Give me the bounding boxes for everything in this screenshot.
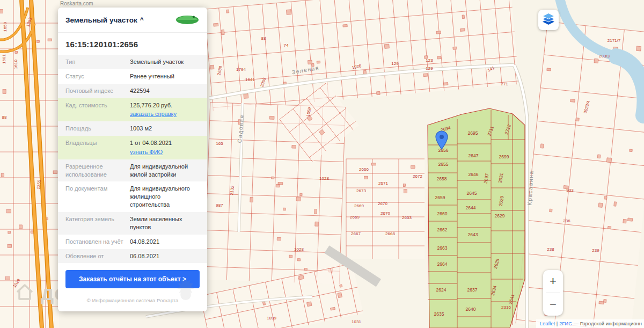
- info-row-label: Категория земель: [65, 215, 130, 231]
- parcel-label: 2666: [359, 167, 369, 172]
- parcel-label: 236: [563, 218, 570, 223]
- parcel-label: 2624: [436, 287, 447, 293]
- parcel-label: 2644: [466, 205, 476, 210]
- app: ЗеленаяСадоваяРябиноваяКрасавина16501353…: [0, 0, 644, 328]
- info-row-label: Тип: [65, 58, 130, 66]
- parcel-label: 2659: [435, 195, 445, 200]
- parcel-label: 2669: [354, 203, 364, 208]
- layers-control[interactable]: [538, 10, 559, 30]
- parcel-label: 1650: [3, 22, 8, 32]
- info-row: Площадь1003 м2: [58, 121, 207, 136]
- info-row-label: Обовление от: [65, 252, 130, 260]
- parcel-label: 987: [216, 203, 223, 208]
- info-row-value: Для индивидуального жилищного строительс…: [130, 185, 200, 209]
- house-icon: [14, 281, 35, 305]
- info-row-label: Площадь: [65, 125, 130, 133]
- parcel-label: 2670: [378, 201, 387, 206]
- leaflet-link[interactable]: Leaflet: [540, 320, 555, 326]
- parcel-label: 2640: [466, 307, 476, 312]
- layers-icon: [541, 12, 555, 28]
- parcel-label: 165: [216, 141, 223, 146]
- info-row-value: 06.08.2021: [130, 252, 200, 260]
- parcel-label: 2695: [468, 130, 478, 136]
- info-rows: ТипЗемельный участокСтатусРанее учтенный…: [58, 55, 207, 263]
- info-row-value: 1 от 04.08.2021: [130, 139, 200, 147]
- parcel-label: 123: [426, 58, 433, 63]
- parcel-label: 1610: [13, 60, 18, 69]
- info-row-label: По документам: [65, 185, 130, 209]
- cadastral-number: 16:15:120101:2656: [58, 33, 207, 55]
- info-row-label: Почтовый индекс: [65, 87, 130, 95]
- panel-header: Земельный участок ^: [58, 8, 207, 33]
- parcel-label: 1641: [245, 77, 255, 82]
- panel-footer: © Информационная система Роскарта: [58, 293, 207, 311]
- parcel-info-panel: Земельный участок ^ 16:15:120101:2656 Ти…: [58, 8, 207, 311]
- footer-copyright: © Информационная система Роскарта: [87, 297, 179, 303]
- parcel-label: 2663: [437, 245, 448, 251]
- parcel-label: 2637: [467, 287, 478, 293]
- info-row: Владельцы1 от 04.08.2021узнать ФИО: [58, 136, 207, 159]
- parcel-label: 2646: [469, 172, 479, 177]
- parcel-label: 2668: [385, 231, 395, 236]
- zoom-out-button[interactable]: −: [543, 293, 563, 316]
- parcel-label: 771: [501, 82, 508, 86]
- info-row-value: Для индивидуальной жилой застройки: [130, 163, 200, 179]
- info-row: Почтовый индекс422594: [58, 84, 207, 98]
- info-row-link[interactable]: узнать ФИО: [130, 148, 163, 156]
- info-row-label: Владельцы: [65, 139, 130, 156]
- info-row: Постановлен на учёт04.08.2021: [58, 235, 207, 249]
- parcel-label: 2316: [501, 305, 511, 310]
- parcel-label: 2660: [437, 211, 448, 216]
- parcel-label: 2672: [413, 174, 422, 179]
- parcel-label: 933: [566, 188, 574, 193]
- map-attribution: Leaflet | 2ГИС — Городской информационн: [536, 319, 644, 328]
- info-row-link[interactable]: заказать справку: [130, 110, 177, 118]
- attribution-text: — Городской информационн: [574, 320, 642, 326]
- panel-title: Земельный участок: [65, 16, 137, 24]
- parcel-label: 239: [592, 248, 599, 253]
- info-row-label: Разрешенное использование: [65, 163, 130, 179]
- info-row-value: Ранее учтенный: [130, 72, 200, 81]
- site-url: Roskarta.com: [60, 1, 93, 6]
- parcel-label: 2667: [351, 231, 361, 236]
- parcel-label: 2664: [437, 261, 448, 267]
- parcel-label: 1028: [294, 247, 304, 252]
- parcel-label: 2656: [438, 148, 449, 153]
- parcel-label: 1031: [352, 319, 361, 324]
- parcel-label: 2643: [468, 232, 478, 237]
- parcel-label: 2647: [469, 153, 479, 158]
- parcel-label: 129: [391, 61, 399, 66]
- info-row-value: 04.08.2021: [130, 238, 200, 246]
- info-row-value: Земли населенных пунктов: [130, 215, 200, 231]
- parcel-label: 2645: [467, 191, 477, 196]
- parcel-label: 2653: [402, 215, 412, 220]
- parcel-label: 2671: [378, 181, 388, 186]
- provider-link[interactable]: 2ГИС: [559, 320, 572, 326]
- parcel-label: 2655: [438, 162, 449, 167]
- info-row-value: 125,776.20 руб.: [130, 101, 200, 110]
- parcel-label: 74: [284, 43, 289, 48]
- info-row: Кад. стоимость125,776.20 руб.заказать сп…: [58, 98, 207, 122]
- collapse-chevron-icon[interactable]: ^: [140, 16, 144, 24]
- parcel-label: 1355: [36, 179, 42, 189]
- info-row-label: Кад. стоимость: [65, 101, 130, 119]
- parcel-label: 2670: [380, 211, 390, 216]
- info-row: ТипЗемельный участок: [58, 55, 207, 69]
- parcel-label: 1601: [2, 54, 6, 64]
- parcel-label: 238: [547, 247, 554, 252]
- parcel-label: 2673: [356, 188, 366, 193]
- info-row-value: 1003 м2: [130, 125, 200, 133]
- info-row: СтатусРанее учтенный: [58, 69, 207, 84]
- roskarta-logo: [175, 12, 200, 27]
- info-row: Разрешенное использованиеДля индивидуаль…: [58, 159, 207, 182]
- parcel-label: 1794: [236, 67, 246, 72]
- parcel-label: 2699: [499, 154, 509, 159]
- info-row-label: Постановлен на учёт: [65, 238, 130, 246]
- parcel-label: 2662: [437, 227, 448, 232]
- parcel-label: 2171/7: [608, 38, 621, 43]
- zoom-in-button[interactable]: +: [543, 270, 563, 293]
- parcel-label: 1028: [319, 176, 329, 181]
- info-row: По документамДля индивидуального жилищно…: [58, 181, 207, 212]
- info-row-value: 422594: [130, 87, 200, 95]
- info-row: Обовление от06.08.2021: [58, 249, 207, 264]
